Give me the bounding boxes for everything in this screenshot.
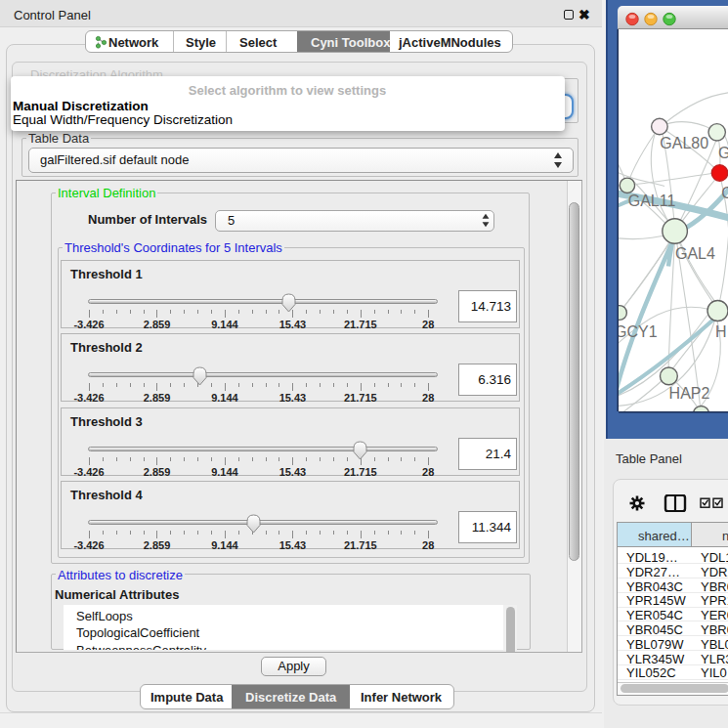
svg-text:H: H	[715, 322, 727, 339]
svg-text:GAL80: GAL80	[660, 134, 708, 150]
svg-text:GAL4: GAL4	[675, 244, 715, 261]
svg-text:GA: GA	[718, 144, 728, 160]
svg-text:GAL11: GAL11	[628, 193, 676, 209]
svg-text:GCY1: GCY1	[619, 322, 658, 339]
svg-text:HAP2: HAP2	[669, 384, 710, 401]
svg-text:C: C	[721, 184, 728, 200]
